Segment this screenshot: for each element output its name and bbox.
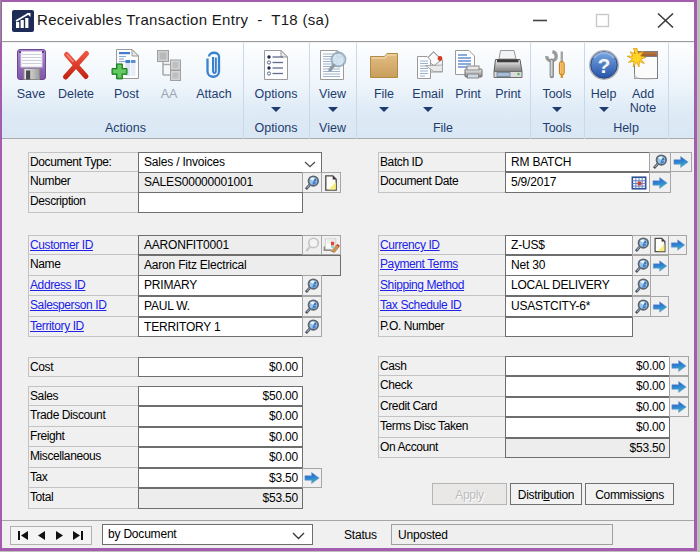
svg-text:?: ? xyxy=(597,54,610,77)
